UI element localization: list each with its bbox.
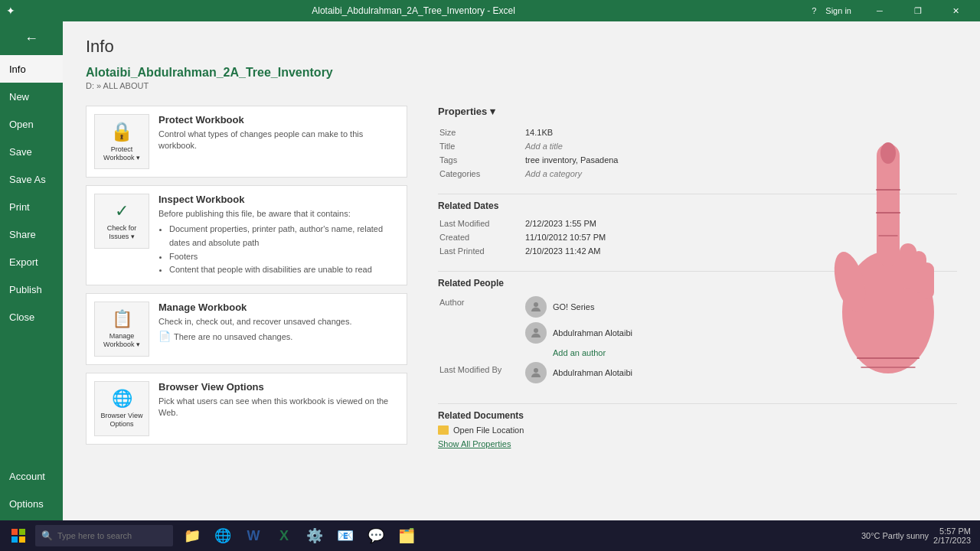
svg-rect-18 xyxy=(19,536,25,543)
author-name-abdulrahman: Abdulrahman Alotaibi xyxy=(553,328,632,337)
taskbar-app-app2[interactable]: 📧 xyxy=(331,520,360,551)
browser-description: Pick what users can see when this workbo… xyxy=(158,396,399,419)
close-button[interactable]: ✕ xyxy=(939,0,974,21)
taskbar-clock: 5:57 PM 2/17/2023 xyxy=(933,527,971,545)
inspect-content: Inspect Workbook Before publishing this … xyxy=(158,194,399,277)
browser-icon-label: Browser ViewOptions xyxy=(101,412,143,429)
minimize-button[interactable]: ─ xyxy=(862,0,897,21)
sidebar-item-export[interactable]: Export xyxy=(0,248,63,276)
sidebar-item-options[interactable]: Options xyxy=(0,490,63,517)
author-row: Author GO! Series xyxy=(439,295,956,359)
prop-title-value[interactable]: Add a title xyxy=(525,140,956,152)
author-abdulrahman: Abdulrahman Alotaibi xyxy=(525,322,951,344)
prop-title-label: Title xyxy=(439,140,524,152)
inspect-title: Inspect Workbook xyxy=(158,194,399,205)
manage-workbook-button[interactable]: 📋 ManageWorkbook ▾ xyxy=(94,302,149,357)
prop-size-value: 14.1KB xyxy=(525,126,956,139)
browser-view-button[interactable]: 🌐 Browser ViewOptions xyxy=(94,381,149,436)
related-people-title: Related People xyxy=(438,271,957,289)
start-button[interactable] xyxy=(3,520,34,551)
window-title: Alotaibi_Abdulrahman_2A_Tree_Inventory -… xyxy=(312,5,515,16)
properties-title: Properties ▾ xyxy=(438,106,957,117)
sidebar-item-publish[interactable]: Publish xyxy=(0,276,63,303)
avatar-lastmodified xyxy=(525,362,547,383)
left-panel: 🔒 ProtectWorkbook ▾ Protect Workbook Con… xyxy=(86,106,407,452)
sidebar-item-share[interactable]: Share xyxy=(0,220,63,248)
taskbar-app-browser[interactable]: 🌐 xyxy=(208,520,237,551)
open-file-location-link[interactable]: Open File Location xyxy=(438,425,957,435)
date-printed-value: 2/10/2023 11:42 AM xyxy=(525,245,956,257)
date-printed: Last Printed 2/10/2023 11:42 AM xyxy=(439,245,956,257)
author-name-goseries: GO! Series xyxy=(553,302,594,311)
date-printed-label: Last Printed xyxy=(439,245,524,257)
taskbar-date-value: 2/17/2023 xyxy=(933,536,971,545)
protect-workbook-card: 🔒 ProtectWorkbook ▾ Protect Workbook Con… xyxy=(86,106,407,178)
folder-icon xyxy=(438,425,449,435)
inspect-bullets: Document properties, printer path, autho… xyxy=(158,223,399,276)
date-created: Created 11/10/2012 10:57 PM xyxy=(439,231,956,243)
browser-icon: 🌐 xyxy=(112,389,132,409)
taskbar-search-box[interactable]: 🔍 xyxy=(35,525,173,546)
manage-description: Check in, check out, and recover unsaved… xyxy=(158,316,352,328)
sidebar-item-close[interactable]: Close xyxy=(0,303,63,331)
taskbar-apps: 📁 🌐 W X ⚙️ 📧 💬 🗂️ xyxy=(178,520,421,551)
show-all-properties-link[interactable]: Show All Properties xyxy=(438,439,957,448)
avatar-goseries xyxy=(525,296,547,318)
sidebar-item-save[interactable]: Save xyxy=(0,138,63,165)
back-button[interactable]: ← xyxy=(0,21,63,55)
protect-workbook-button[interactable]: 🔒 ProtectWorkbook ▾ xyxy=(94,114,149,169)
sidebar-item-saveas[interactable]: Save As xyxy=(0,165,63,193)
taskbar-app-files[interactable]: 🗂️ xyxy=(392,520,421,551)
sidebar-item-account[interactable]: Account xyxy=(0,462,63,490)
last-modified-label: Last Modified By xyxy=(439,360,524,390)
manage-title: Manage Workbook xyxy=(158,302,352,313)
taskbar-app-explorer[interactable]: 📁 xyxy=(178,520,207,551)
restore-button[interactable]: ❐ xyxy=(900,0,936,21)
svg-rect-15 xyxy=(11,529,18,535)
shield-icon: 🔒 xyxy=(110,121,133,142)
sidebar-item-open[interactable]: Open xyxy=(0,110,63,138)
svg-point-1 xyxy=(534,328,538,333)
browser-view-card: 🌐 Browser ViewOptions Browser View Optio… xyxy=(86,373,407,445)
related-documents-title: Related Documents xyxy=(438,403,957,421)
weather-info: 30°C Partly sunny xyxy=(861,531,929,540)
browser-content: Browser View Options Pick what users can… xyxy=(158,381,399,419)
inspect-workbook-button[interactable]: ✓ Check forIssues ▾ xyxy=(94,194,149,249)
add-author-link[interactable]: Add an author xyxy=(525,348,951,357)
help-button[interactable]: ? xyxy=(812,6,816,15)
taskbar-time-value: 5:57 PM xyxy=(933,527,971,536)
prop-categories-value[interactable]: Add a category xyxy=(525,168,956,180)
browser-title: Browser View Options xyxy=(158,381,399,393)
taskbar-app-excel[interactable]: X xyxy=(270,520,299,551)
svg-rect-17 xyxy=(11,536,18,543)
taskbar-app-app1[interactable]: ⚙️ xyxy=(300,520,329,551)
taskbar-app-app3[interactable]: 💬 xyxy=(361,520,390,551)
svg-point-2 xyxy=(534,368,538,373)
avatar-abdulrahman xyxy=(525,322,547,344)
manage-note: There are no unsaved changes. xyxy=(174,332,292,341)
last-modified-author: Abdulrahman Alotaibi xyxy=(525,362,951,383)
author-goseries: GO! Series xyxy=(525,296,951,318)
inspect-description-bold: Before publishing this file, be aware th… xyxy=(158,208,399,220)
prop-categories-label: Categories xyxy=(439,168,524,180)
prop-tags-value: tree inventory, Pasadena xyxy=(525,154,956,166)
author-label: Author xyxy=(439,295,524,359)
sidebar-item-new[interactable]: New xyxy=(0,83,63,110)
sidebar-item-print[interactable]: Print xyxy=(0,193,63,220)
manage-workbook-card: 📋 ManageWorkbook ▾ Manage Workbook Check… xyxy=(86,293,407,365)
inspect-bullet-0: Document properties, printer path, autho… xyxy=(169,223,399,249)
related-people-table: Author GO! Series xyxy=(438,293,957,391)
inspect-icon-label: Check forIssues ▾ xyxy=(107,224,137,241)
taskbar: 🔍 📁 🌐 W X ⚙️ 📧 💬 🗂️ 30°C Partly sunny xyxy=(0,520,980,551)
taskbar-search-input[interactable] xyxy=(57,531,149,540)
sign-in-button[interactable]: Sign in xyxy=(825,6,851,15)
date-modified-label: Last Modified xyxy=(439,217,524,230)
sidebar-item-info[interactable]: Info xyxy=(0,55,63,83)
prop-title: Title Add a title xyxy=(439,140,956,152)
taskbar-app-word[interactable]: W xyxy=(239,520,268,551)
inspect-bullet-2: Content that people with disabilities ar… xyxy=(169,263,399,277)
related-docs: Open File Location xyxy=(438,425,957,435)
prop-categories: Categories Add a category xyxy=(439,168,956,180)
manage-icon-label: ManageWorkbook ▾ xyxy=(103,332,140,349)
date-modified: Last Modified 2/12/2023 1:55 PM xyxy=(439,217,956,230)
